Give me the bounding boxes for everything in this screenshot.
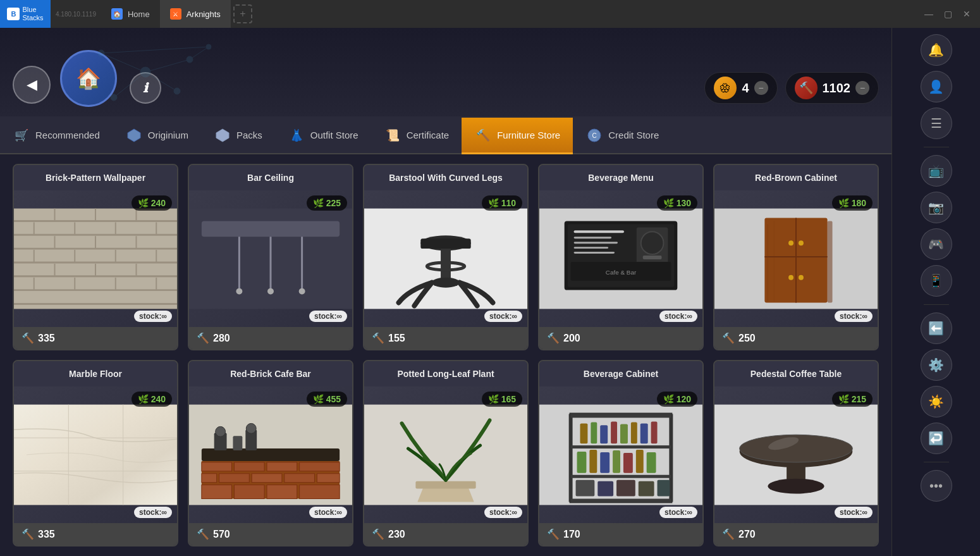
gold-minus[interactable]: − [754, 81, 768, 95]
rotate-btn[interactable]: ↩️ [921, 423, 952, 454]
tab-recommended[interactable]: 🛒 Recommended [0, 118, 113, 154]
item-cabinet[interactable]: Red-Brown Cabinet [713, 164, 879, 350]
maximize-btn[interactable]: ▢ [940, 6, 956, 22]
brightness-btn[interactable]: ☀️ [921, 386, 952, 417]
leaf-badge-1: 🌿 225 [307, 195, 347, 211]
item-bar-ceiling[interactable]: Bar Ceiling [188, 164, 353, 350]
item-footer-0: 🔨 335 [14, 327, 177, 349]
svg-rect-82 [828, 221, 833, 302]
item-price-6: 570 [213, 529, 230, 540]
store-tabs: 🛒 Recommended Originium Packs 👗 Outfit S… [0, 116, 891, 154]
item-image-0: 🌿 240 stock:∞ [14, 190, 177, 327]
svg-rect-127 [577, 452, 587, 473]
item-footer-9: 🔨 270 [714, 523, 878, 545]
leaf-icon-3: 🌿 [663, 198, 674, 208]
item-plant[interactable]: Potted Long-Leaf Plant [363, 360, 529, 547]
item-price-7: 230 [388, 529, 405, 540]
svg-rect-137 [639, 481, 654, 497]
currency-area: 🏵 4 − 🔨 1102 − [704, 72, 879, 104]
display-btn[interactable]: 📺 [921, 155, 952, 187]
item-name-7: Potted Long-Leaf Plant [364, 361, 527, 386]
svg-rect-115 [571, 414, 671, 418]
tab-credit-store[interactable]: C Credit Store [573, 118, 671, 154]
item-name-5: Marble Floor [14, 361, 177, 386]
item-image-1: 🌿 225 stock:∞ [189, 190, 352, 327]
leaf-value-4: 180 [852, 198, 866, 208]
profile-btn[interactable]: 👤 [921, 71, 952, 102]
leaf-value-9: 215 [852, 394, 866, 404]
camera-btn[interactable]: 📷 [921, 192, 952, 223]
new-tab-btn[interactable]: + [233, 4, 252, 23]
more-btn[interactable]: ••• [921, 470, 952, 502]
close-btn[interactable]: ✕ [959, 6, 975, 22]
leaf-icon-5: 🌿 [138, 394, 149, 404]
furniture-icon: 🔨 [474, 127, 492, 144]
item-barstool[interactable]: Barstool With Curved Legs [363, 164, 529, 350]
stock-badge-2: stock:∞ [484, 311, 522, 322]
item-image-3: Cafe & Bar 🌿 130 stock:∞ [539, 190, 702, 327]
tab-outfit-store[interactable]: 👗 Outfit Store [275, 118, 371, 154]
svg-point-68 [641, 232, 664, 254]
leaf-badge-7: 🌿 165 [482, 392, 522, 407]
menu-btn[interactable]: ☰ [921, 108, 952, 139]
originium-label: Originium [148, 130, 188, 140]
credit-label: Credit Store [608, 130, 659, 140]
settings-btn[interactable]: ⚙️ [921, 349, 952, 381]
back-button[interactable]: ◀ [13, 66, 51, 104]
tab-home[interactable]: 🏠 Home [101, 0, 160, 28]
item-cafe-bar[interactable]: Red-Brick Cafe Bar [188, 360, 353, 547]
recommended-icon: 🛒 [13, 127, 30, 144]
item-coffee-table[interactable]: Pedestal Coffee Table [713, 360, 879, 547]
svg-rect-129 [600, 452, 609, 473]
certificate-label: Certificate [407, 130, 450, 140]
item-image-2: 🌿 110 stock:∞ [364, 190, 527, 327]
svg-rect-95 [202, 474, 217, 483]
svg-point-50 [236, 288, 242, 295]
svg-rect-46 [202, 221, 340, 237]
leaf-value-0: 240 [151, 198, 166, 208]
recommended-label: Recommended [35, 130, 100, 140]
outfit-label: Outfit Store [310, 130, 358, 140]
svg-line-8 [114, 72, 145, 97]
red-value: 1102 [823, 81, 851, 96]
item-footer-6: 🔨 570 [189, 523, 352, 545]
originium-icon [125, 127, 143, 144]
item-beverage-menu[interactable]: Beverage Menu [538, 164, 704, 350]
leaf-icon-0: 🌿 [138, 198, 149, 208]
tab-packs[interactable]: Packs [201, 118, 275, 154]
back-sidebar-btn[interactable]: ⬅️ [921, 312, 952, 344]
minimize-btn[interactable]: — [921, 6, 937, 22]
item-name-1: Bar Ceiling [189, 165, 352, 190]
main-layout: ◀ 🏠 ℹ 🏵 4 − 🔨 1102 [0, 28, 980, 556]
leaf-value-5: 240 [151, 394, 166, 404]
tab-certificate[interactable]: 📜 Certificate [371, 118, 462, 154]
svg-rect-105 [233, 436, 242, 450]
hammer-icon-9: 🔨 [722, 528, 735, 540]
svg-rect-92 [234, 462, 264, 471]
item-marble-floor[interactable]: Marble Floor [13, 360, 178, 547]
item-footer-5: 🔨 335 [14, 523, 177, 545]
svg-point-78 [799, 240, 804, 245]
item-brick-pattern-wallpaper[interactable]: Brick-Pattern Wallpaper [13, 164, 178, 350]
leaf-icon-4: 🌿 [838, 198, 849, 208]
hammer-icon-6: 🔨 [197, 528, 209, 540]
tab-furniture-store[interactable]: 🔨 Furniture Store [462, 118, 573, 154]
leaf-value-7: 165 [501, 394, 516, 404]
item-beverage-cabinet[interactable]: Beverage Cabinet [538, 360, 704, 547]
phone-btn[interactable]: 📱 [921, 265, 952, 297]
red-minus[interactable]: − [855, 81, 869, 95]
gamepad-btn[interactable]: 🎮 [921, 228, 952, 260]
tab-arknights[interactable]: ⚔ Arknights [160, 0, 231, 28]
tab-originium[interactable]: Originium [113, 118, 201, 154]
svg-rect-102 [267, 485, 297, 499]
svg-rect-94 [300, 462, 340, 471]
hammer-icon-3: 🔨 [547, 332, 560, 344]
item-image-8: 🌿 120 stock:∞ [539, 386, 702, 523]
svg-rect-138 [658, 480, 670, 497]
packs-label: Packs [236, 130, 262, 140]
svg-point-77 [788, 275, 793, 280]
red-icon: 🔨 [795, 77, 818, 99]
notification-btn[interactable]: 🔔 [921, 34, 952, 66]
leaf-badge-6: 🌿 455 [307, 392, 347, 407]
bluestacks-logo: B BlueStacks [0, 0, 51, 28]
